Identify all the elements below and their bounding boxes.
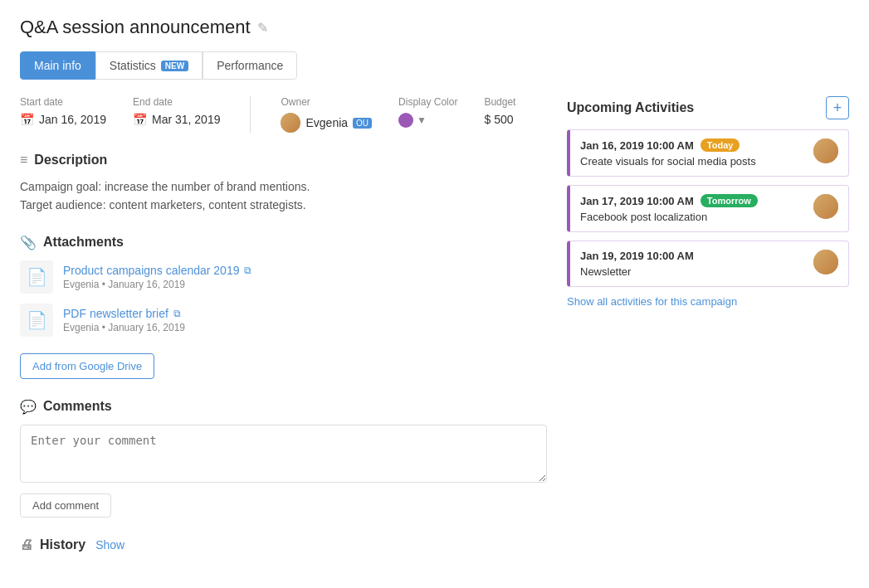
chevron-down-icon[interactable]: ▼ xyxy=(417,114,427,126)
attachment-item-1: 📄 PDF newsletter brief ⧉ Evgenia • Janua… xyxy=(20,304,547,337)
attachment-name-1[interactable]: PDF newsletter brief ⧉ xyxy=(63,307,185,320)
activity-card-0: Jan 16, 2019 10:00 AM Today Create visua… xyxy=(567,129,849,177)
activity-title-1: Facebook post localization xyxy=(580,211,758,223)
comment-icon: 💬 xyxy=(20,399,37,415)
owner-avatar xyxy=(281,113,300,133)
calendar-icon-end: 📅 xyxy=(133,113,147,126)
end-date-value: Mar 31, 2019 xyxy=(152,113,221,126)
history-title: History xyxy=(40,537,85,552)
attachment-meta-1: Evgenia • January 16, 2019 xyxy=(63,322,185,333)
attachment-name-0[interactable]: Product campaigns calendar 2019 ⧉ xyxy=(63,264,251,277)
list-icon: ≡ xyxy=(20,153,27,168)
end-date-field: End date 📅 Mar 31, 2019 xyxy=(133,96,221,126)
add-from-google-drive-button[interactable]: Add from Google Drive xyxy=(20,353,154,379)
file-icon-0: 📄 xyxy=(20,260,53,294)
budget-field: Budget $ 500 xyxy=(484,96,515,126)
start-date-field: Start date 📅 Jan 16, 2019 xyxy=(20,96,106,126)
tab-statistics[interactable]: Statistics NEW xyxy=(95,51,203,80)
upcoming-activities-title: Upcoming Activities xyxy=(567,100,694,115)
attachment-meta-0: Evgenia • January 16, 2019 xyxy=(63,279,251,290)
activity-date-0: Jan 16, 2019 10:00 AM xyxy=(580,139,694,152)
comment-input[interactable] xyxy=(20,425,547,483)
content-layout: Start date 📅 Jan 16, 2019 End date 📅 Mar… xyxy=(20,96,849,552)
owner-badge: OU xyxy=(353,118,372,129)
comments-section: 💬 Comments Add comment xyxy=(20,399,547,518)
activity-avatar-1 xyxy=(813,194,838,219)
external-link-icon-1[interactable]: ⧉ xyxy=(173,308,181,319)
color-dot[interactable] xyxy=(398,113,413,128)
activity-title-2: Newsletter xyxy=(580,265,694,278)
activity-avatar-2 xyxy=(813,250,838,275)
tomorrow-badge: Tomorrow xyxy=(701,194,758,207)
budget-value: 500 xyxy=(494,113,513,126)
edit-icon[interactable]: ✎ xyxy=(257,20,268,36)
activity-avatar-0 xyxy=(813,138,838,163)
start-date-value: Jan 16, 2019 xyxy=(39,113,106,126)
statistics-new-badge: NEW xyxy=(161,61,188,71)
meta-divider xyxy=(250,96,251,133)
history-icon: 🖨 xyxy=(20,537,33,552)
file-icon-1: 📄 xyxy=(20,304,53,337)
add-comment-button[interactable]: Add comment xyxy=(20,493,111,518)
owner-name: Evgenia xyxy=(305,116,348,129)
activity-card-1: Jan 17, 2019 10:00 AM Tomorrow Facebook … xyxy=(567,185,849,232)
today-badge: Today xyxy=(701,138,740,152)
meta-row: Start date 📅 Jan 16, 2019 End date 📅 Mar… xyxy=(20,96,547,133)
main-content: Start date 📅 Jan 16, 2019 End date 📅 Mar… xyxy=(20,96,547,552)
activity-date-2: Jan 19, 2019 10:00 AM xyxy=(580,250,694,262)
history-section: 🖨 History Show xyxy=(20,537,547,552)
tab-main-info[interactable]: Main info xyxy=(20,51,95,80)
history-show-link[interactable]: Show xyxy=(95,538,124,552)
activity-card-2: Jan 19, 2019 10:00 AM Newsletter xyxy=(567,241,849,287)
page-title: Q&A session announcement ✎ xyxy=(20,17,849,38)
budget-symbol: $ xyxy=(484,113,491,126)
activity-title-0: Create visuals for social media posts xyxy=(580,155,756,168)
description-title: Description xyxy=(34,153,107,168)
calendar-icon: 📅 xyxy=(20,113,34,126)
description-section: ≡ Description Campaign goal: increase th… xyxy=(20,153,547,215)
add-activity-button[interactable]: + xyxy=(826,96,849,119)
description-text: Campaign goal: increase the number of br… xyxy=(20,177,547,215)
tab-bar: Main info Statistics NEW Performance xyxy=(20,51,849,80)
upcoming-header: Upcoming Activities + xyxy=(567,96,849,119)
display-color-field: Display Color ▼ xyxy=(398,96,457,128)
attachments-section: 📎 Attachments 📄 Product campaigns calend… xyxy=(20,235,547,379)
external-link-icon-0[interactable]: ⧉ xyxy=(244,265,251,276)
comments-title: Comments xyxy=(43,399,112,414)
show-all-activities-link[interactable]: Show all activities for this campaign xyxy=(567,295,849,308)
sidebar: Upcoming Activities + Jan 16, 2019 10:00… xyxy=(567,96,849,552)
attachments-title: Attachments xyxy=(43,235,124,250)
attachment-item-0: 📄 Product campaigns calendar 2019 ⧉ Evge… xyxy=(20,260,547,294)
activity-date-1: Jan 17, 2019 10:00 AM xyxy=(580,195,694,207)
owner-field: Owner Evgenia OU xyxy=(281,96,372,133)
tab-performance[interactable]: Performance xyxy=(203,51,297,80)
paperclip-icon: 📎 xyxy=(20,235,37,250)
